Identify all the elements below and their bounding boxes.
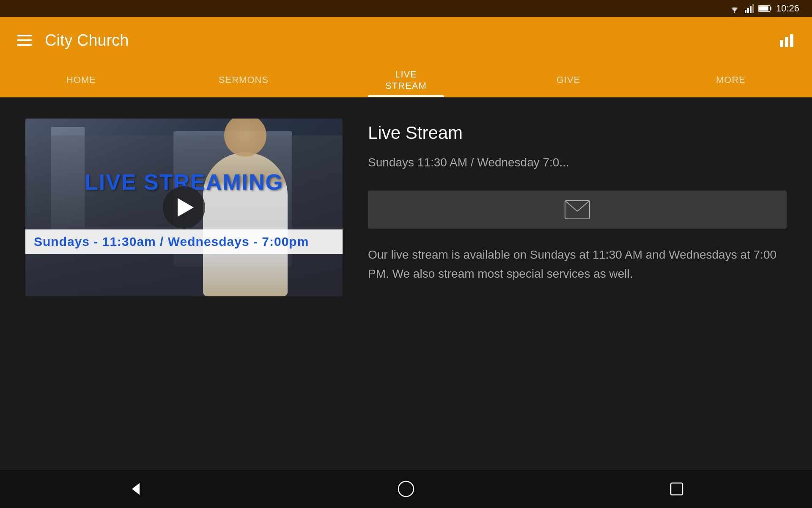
app-bar: City Church (0, 17, 812, 64)
svg-rect-2 (747, 8, 749, 13)
wifi-icon (729, 4, 741, 13)
email-button[interactable] (368, 190, 787, 229)
bar-chart-icon[interactable] (778, 32, 795, 49)
status-bar: 10:26 (0, 0, 812, 17)
bottom-nav (0, 470, 812, 508)
svg-rect-14 (671, 483, 683, 495)
live-stream-title: Live Stream (368, 123, 787, 143)
video-thumbnail: LIVE STREAMING Sundays - 11:30am / Wedne… (25, 119, 343, 296)
svg-marker-12 (132, 483, 140, 495)
home-circle-icon (398, 480, 414, 497)
play-triangle-icon (178, 198, 194, 217)
battery-icon (758, 5, 772, 12)
description-text: Our live stream is available on Sundays … (368, 246, 787, 284)
back-button[interactable] (110, 476, 161, 502)
svg-rect-6 (770, 7, 771, 10)
tab-give[interactable]: GIVE (487, 64, 650, 97)
recent-apps-button[interactable] (651, 476, 702, 502)
svg-point-13 (398, 481, 414, 497)
signal-icon (745, 4, 754, 13)
tab-home[interactable]: HOME (0, 64, 162, 97)
live-stream-schedule: Sundays 11:30 AM / Wednesday 7:0... (368, 156, 787, 169)
svg-rect-7 (759, 6, 768, 11)
play-button[interactable] (163, 186, 205, 229)
home-button[interactable] (381, 476, 431, 502)
svg-rect-10 (790, 34, 793, 47)
status-time: 10:26 (776, 3, 799, 14)
svg-point-0 (734, 11, 735, 13)
tab-live-stream[interactable]: LIVESTREAM (325, 64, 487, 97)
status-icons: 10:26 (729, 3, 799, 14)
info-section: Live Stream Sundays 11:30 AM / Wednesday… (368, 119, 787, 449)
app-bar-left: City Church (17, 31, 129, 50)
tab-more[interactable]: MORE (650, 64, 812, 97)
nav-tabs: HOME SERMONS LIVESTREAM GIVE MORE (0, 64, 812, 97)
square-icon (669, 482, 684, 496)
app-title: City Church (45, 31, 129, 50)
schedule-banner: Sundays - 11:30am / Wednesdays - 7:00pm (25, 229, 343, 254)
email-icon (565, 200, 590, 219)
back-icon (128, 481, 143, 497)
svg-rect-4 (752, 4, 754, 13)
svg-rect-9 (785, 37, 788, 47)
video-container[interactable]: LIVE STREAMING Sundays - 11:30am / Wedne… (25, 119, 343, 296)
main-content: LIVE STREAMING Sundays - 11:30am / Wedne… (0, 97, 812, 470)
svg-rect-3 (750, 6, 752, 13)
svg-rect-8 (780, 40, 783, 47)
menu-button[interactable] (17, 35, 32, 46)
svg-rect-1 (745, 10, 746, 13)
tab-sermons[interactable]: SERMONS (162, 64, 325, 97)
